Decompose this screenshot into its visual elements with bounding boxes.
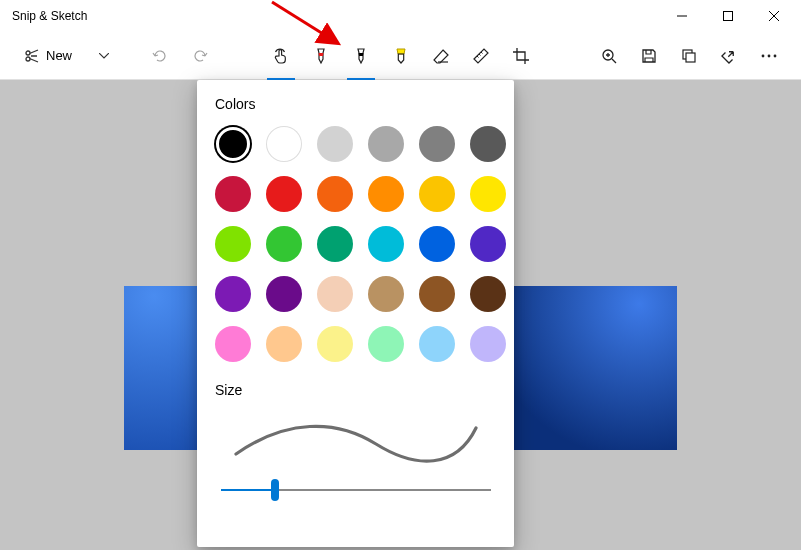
- color-swatch[interactable]: [317, 226, 353, 262]
- color-swatch[interactable]: [317, 276, 353, 312]
- color-swatch[interactable]: [470, 326, 506, 362]
- color-swatch[interactable]: [215, 226, 251, 262]
- color-swatch[interactable]: [266, 176, 302, 212]
- svg-rect-1: [724, 12, 733, 21]
- color-swatch[interactable]: [266, 226, 302, 262]
- color-swatch[interactable]: [419, 276, 455, 312]
- maximize-button[interactable]: [705, 0, 751, 32]
- save-icon: [641, 48, 657, 64]
- ruler-button[interactable]: [463, 38, 499, 74]
- close-button[interactable]: [751, 0, 797, 32]
- share-icon: [721, 48, 737, 64]
- color-swatch[interactable]: [216, 127, 250, 161]
- toolbar: New: [0, 32, 801, 80]
- color-swatch[interactable]: [419, 226, 455, 262]
- color-swatch[interactable]: [368, 176, 404, 212]
- chevron-down-icon: [99, 53, 109, 59]
- zoom-button[interactable]: [591, 38, 627, 74]
- share-button[interactable]: [711, 38, 747, 74]
- pen-options-popup: Colors Size: [197, 80, 514, 547]
- color-swatch[interactable]: [215, 326, 251, 362]
- color-swatch[interactable]: [368, 126, 404, 162]
- ballpoint-pen-black-button[interactable]: [343, 38, 379, 74]
- color-swatch[interactable]: [215, 176, 251, 212]
- svg-point-9: [774, 54, 777, 57]
- crop-button[interactable]: [503, 38, 539, 74]
- zoom-icon: [601, 48, 617, 64]
- window-titlebar: Snip & Sketch: [0, 0, 801, 32]
- ballpoint-pen-red-button[interactable]: [303, 38, 339, 74]
- minimize-button[interactable]: [659, 0, 705, 32]
- save-button[interactable]: [631, 38, 667, 74]
- redo-icon: [192, 48, 208, 64]
- copy-button[interactable]: [671, 38, 707, 74]
- color-swatch[interactable]: [215, 276, 251, 312]
- size-slider[interactable]: [221, 478, 491, 502]
- colors-heading: Colors: [215, 96, 496, 112]
- pen-icon: [353, 47, 369, 65]
- color-swatch[interactable]: [419, 176, 455, 212]
- color-swatch[interactable]: [470, 126, 506, 162]
- touch-writing-button[interactable]: [263, 38, 299, 74]
- redo-button[interactable]: [182, 38, 218, 74]
- highlighter-button[interactable]: [383, 38, 419, 74]
- copy-icon: [681, 48, 697, 64]
- ruler-icon: [472, 47, 490, 65]
- new-label: New: [46, 48, 72, 63]
- eraser-button[interactable]: [423, 38, 459, 74]
- eraser-icon: [432, 48, 450, 64]
- color-swatch[interactable]: [317, 176, 353, 212]
- pen-icon: [313, 47, 329, 65]
- undo-icon: [152, 48, 168, 64]
- color-swatch[interactable]: [266, 326, 302, 362]
- crop-icon: [512, 47, 530, 65]
- stroke-preview: [215, 412, 496, 466]
- color-swatch[interactable]: [368, 226, 404, 262]
- color-swatch[interactable]: [266, 276, 302, 312]
- color-swatch[interactable]: [470, 226, 506, 262]
- svg-rect-6: [686, 53, 695, 62]
- slider-thumb[interactable]: [271, 479, 279, 501]
- see-more-button[interactable]: [751, 38, 787, 74]
- more-icon: [761, 54, 777, 58]
- undo-button[interactable]: [142, 38, 178, 74]
- color-swatch[interactable]: [368, 276, 404, 312]
- color-swatch[interactable]: [470, 276, 506, 312]
- color-swatch[interactable]: [419, 126, 455, 162]
- highlighter-icon: [393, 47, 409, 65]
- colors-grid: [215, 126, 496, 362]
- new-snip-dropdown[interactable]: [86, 38, 122, 74]
- touch-icon: [272, 47, 290, 65]
- svg-point-7: [762, 54, 765, 57]
- svg-point-8: [768, 54, 771, 57]
- scissors-icon: [24, 48, 40, 64]
- color-swatch[interactable]: [419, 326, 455, 362]
- color-swatch[interactable]: [317, 326, 353, 362]
- color-swatch[interactable]: [368, 326, 404, 362]
- color-swatch[interactable]: [470, 176, 506, 212]
- window-title: Snip & Sketch: [12, 9, 87, 23]
- color-swatch[interactable]: [266, 126, 302, 162]
- size-heading: Size: [215, 382, 496, 398]
- color-swatch[interactable]: [317, 126, 353, 162]
- new-snip-button[interactable]: New: [14, 38, 82, 74]
